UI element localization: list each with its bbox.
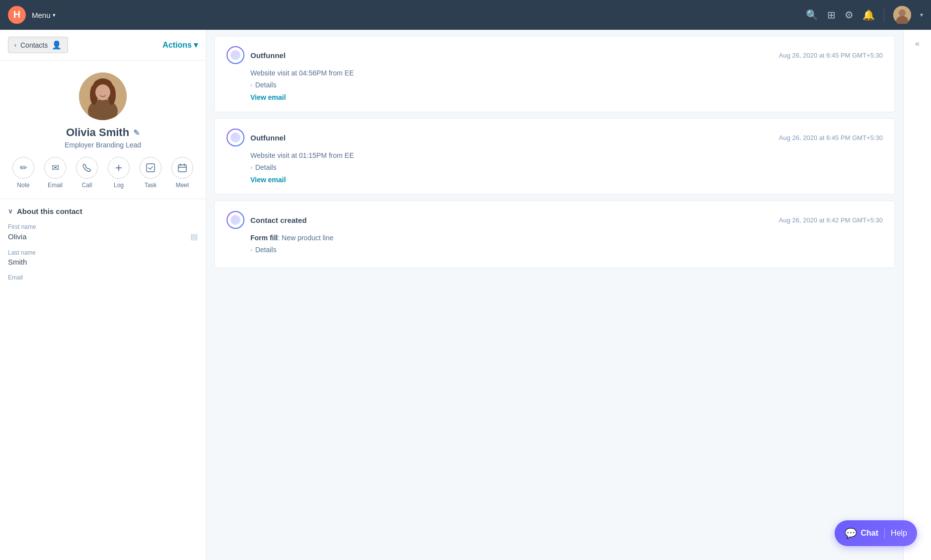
card-2-body: Website visit at 01:15PM from EE › Detai… — [250, 151, 883, 184]
chat-help-button[interactable]: 💬 Chat Help — [835, 520, 917, 546]
firstname-label: First name — [8, 223, 198, 230]
card-3-header-left: Contact created — [227, 211, 307, 229]
card-1-body: Website visit at 04:56PM from EE › Detai… — [250, 69, 883, 102]
about-title: About this contact — [17, 207, 82, 215]
edit-name-icon[interactable]: ✎ — [133, 128, 140, 138]
firstname-field: First name Olivia ▤ — [8, 223, 198, 241]
card-2-details-label: Details — [255, 163, 277, 171]
user-menu-chevron-icon[interactable]: ▾ — [920, 11, 923, 18]
meet-button[interactable] — [171, 157, 193, 179]
right-panel: « — [903, 30, 931, 560]
profile-section: Olivia Smith ✎ Employer Branding Lead ✏ … — [0, 61, 206, 199]
settings-icon[interactable]: ⚙ — [845, 9, 853, 21]
card-1-timestamp: Aug 26, 2020 at 6:45 PM GMT+5:30 — [779, 52, 883, 59]
profile-avatar — [79, 72, 127, 120]
email-field: Email — [8, 274, 198, 282]
email-label: Email — [48, 182, 63, 189]
user-avatar[interactable] — [893, 6, 911, 24]
card-1-view-email[interactable]: View email — [250, 93, 286, 101]
card-2-header-left: Outfunnel — [227, 129, 286, 146]
card-3-body: Form fill: New product line › Details — [250, 234, 883, 254]
form-fill-label: Form fill — [250, 234, 278, 242]
person-icon: 👤 — [52, 40, 62, 50]
card-3-details-label: Details — [255, 246, 277, 254]
chat-label: Chat — [861, 529, 879, 538]
sidebar-header: ‹ Contacts 👤 Actions ▾ — [0, 30, 206, 61]
card-3-title: Contact created — [250, 216, 307, 224]
card-2-timestamp: Aug 26, 2020 at 6:45 PM GMT+5:30 — [779, 134, 883, 141]
call-button[interactable] — [76, 157, 98, 179]
card-1-title: Outfunnel — [250, 51, 286, 60]
meet-action[interactable]: Meet — [171, 157, 193, 189]
call-label: Call — [82, 182, 92, 189]
svg-rect-13 — [178, 165, 186, 172]
svg-point-11 — [95, 84, 110, 100]
profile-name: Olivia Smith ✎ — [66, 126, 140, 139]
notifications-icon[interactable]: 🔔 — [862, 9, 875, 21]
lastname-value: Smith — [8, 258, 198, 266]
about-header[interactable]: ∨ About this contact — [8, 207, 198, 215]
field-copy-icon[interactable]: ▤ — [190, 232, 198, 241]
form-fill-text: Form fill: New product line — [250, 234, 883, 242]
log-button[interactable]: + — [108, 157, 130, 179]
note-action[interactable]: ✏ Note — [12, 157, 34, 189]
card-1-details-toggle[interactable]: › Details — [250, 81, 883, 89]
lastname-field: Last name Smith — [8, 249, 198, 266]
lastname-label: Last name — [8, 249, 198, 256]
note-label: Note — [17, 182, 29, 189]
svg-text:H: H — [13, 9, 20, 20]
marketplace-icon[interactable]: ⊞ — [827, 9, 836, 21]
card-3-timestamp: Aug 26, 2020 at 6:42 PM GMT+5:30 — [779, 216, 883, 224]
card-2-details-toggle[interactable]: › Details — [250, 163, 883, 171]
contact-created-icon — [227, 211, 244, 229]
menu-button[interactable]: Menu ▾ — [32, 11, 56, 19]
back-arrow-icon: ‹ — [14, 42, 16, 49]
topnav-right: 🔍 ⊞ ⚙ 🔔 ▾ — [806, 6, 923, 24]
about-chevron-icon: ∨ — [8, 208, 13, 215]
log-action[interactable]: + Log — [108, 157, 130, 189]
menu-chevron-icon: ▾ — [53, 12, 56, 18]
task-button[interactable] — [140, 157, 161, 179]
task-label: Task — [145, 182, 157, 189]
meet-label: Meet — [176, 182, 189, 189]
search-icon[interactable]: 🔍 — [806, 9, 818, 21]
content-area: Outfunnel Aug 26, 2020 at 6:45 PM GMT+5:… — [206, 30, 903, 560]
note-button[interactable]: ✏ — [12, 157, 34, 179]
topnav-left: H Menu ▾ — [8, 6, 56, 24]
email-button[interactable]: ✉ — [44, 157, 66, 179]
card-1-header: Outfunnel Aug 26, 2020 at 6:45 PM GMT+5:… — [227, 46, 883, 64]
card-2-title: Outfunnel — [250, 134, 286, 142]
card-2-view-email[interactable]: View email — [250, 176, 286, 184]
task-action[interactable]: Task — [140, 157, 161, 189]
email-action[interactable]: ✉ Email — [44, 157, 66, 189]
card-3-header: Contact created Aug 26, 2020 at 6:42 PM … — [227, 211, 883, 229]
topnav: H Menu ▾ 🔍 ⊞ ⚙ 🔔 ▾ — [0, 0, 931, 30]
call-action[interactable]: Call — [76, 157, 98, 189]
timeline-card-1: Outfunnel Aug 26, 2020 at 6:45 PM GMT+5:… — [214, 36, 895, 112]
help-label: Help — [891, 529, 907, 538]
main-layout: ‹ Contacts 👤 Actions ▾ — [0, 30, 931, 560]
contacts-back-button[interactable]: ‹ Contacts 👤 — [8, 37, 68, 53]
collapse-button[interactable]: « — [910, 36, 926, 52]
contacts-label: Contacts — [20, 41, 48, 49]
form-fill-colon: : — [278, 234, 282, 242]
actions-button[interactable]: Actions ▾ — [162, 40, 198, 50]
outfunnel-icon-1 — [227, 46, 244, 64]
email-label: Email — [8, 274, 198, 281]
card-1-header-left: Outfunnel — [227, 46, 286, 64]
timeline-card-2: Outfunnel Aug 26, 2020 at 6:45 PM GMT+5:… — [214, 118, 895, 195]
sidebar: ‹ Contacts 👤 Actions ▾ — [0, 30, 206, 560]
card-3-details-toggle[interactable]: › Details — [250, 246, 883, 254]
log-label: Log — [114, 182, 124, 189]
details-chevron-icon-2: › — [250, 164, 252, 170]
card-1-description: Website visit at 04:56PM from EE — [250, 69, 883, 77]
card-1-details-label: Details — [255, 81, 277, 89]
svg-point-3 — [899, 9, 906, 16]
chat-icon: 💬 — [845, 527, 857, 539]
hubspot-logo[interactable]: H — [8, 6, 26, 24]
form-fill-value: New product line — [282, 234, 333, 242]
actions-label: Actions — [162, 41, 192, 50]
firstname-value: Olivia ▤ — [8, 232, 198, 241]
details-chevron-icon-3: › — [250, 247, 252, 253]
nav-divider — [884, 7, 884, 22]
